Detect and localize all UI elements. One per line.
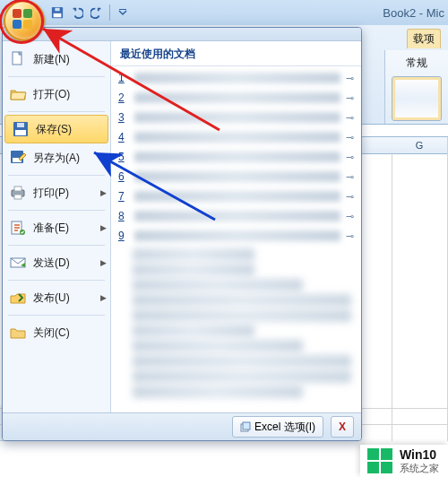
watermark-subtitle: 系统之家 xyxy=(400,463,439,473)
pin-icon[interactable]: ⊸ xyxy=(346,230,354,242)
exit-excel-button[interactable]: X xyxy=(331,416,354,438)
ribbon-tab-addins[interactable]: 载项 xyxy=(407,29,441,48)
prepare-icon xyxy=(8,218,28,238)
office-button[interactable] xyxy=(4,0,45,41)
menu-item-save-as[interactable]: 另存为(A) ▶ xyxy=(3,143,110,172)
redacted-text xyxy=(133,325,254,337)
recent-document-item[interactable]: 6 ⊸ xyxy=(115,167,358,186)
column-header-g[interactable]: G xyxy=(392,137,448,153)
save-disk-icon xyxy=(11,119,30,139)
menu-item-new[interactable]: 新建(N) xyxy=(3,45,110,74)
pin-icon[interactable]: ⊸ xyxy=(346,171,354,183)
quick-access-toolbar xyxy=(48,0,132,25)
menu-item-label: 新建(N) xyxy=(33,52,70,67)
pin-icon[interactable]: ⊸ xyxy=(346,73,354,84)
recent-document-item[interactable]: 1 ⊸ xyxy=(115,68,358,88)
options-icon xyxy=(240,421,251,432)
pin-icon[interactable]: ⊸ xyxy=(346,112,354,124)
menu-item-label: 发布(U) xyxy=(33,291,70,306)
qat-redo-button[interactable] xyxy=(88,4,106,22)
redacted-text xyxy=(133,248,254,261)
recent-document-item[interactable]: 9 ⊸ xyxy=(115,226,358,246)
submenu-arrow-icon: ▶ xyxy=(100,258,107,267)
svg-rect-3 xyxy=(119,9,126,10)
menu-item-label: 打开(O) xyxy=(33,87,70,102)
redacted-text xyxy=(133,355,351,368)
ribbon-gallery-button[interactable] xyxy=(392,76,442,121)
excel-options-button[interactable]: Excel 选项(I) xyxy=(232,416,323,438)
redacted-text xyxy=(134,191,340,202)
svg-rect-7 xyxy=(17,123,24,127)
window-title: Book2 - Mic xyxy=(383,0,444,25)
redacted-text xyxy=(133,309,351,322)
menu-command-list: 新建(N) 打开(O) 保存(S) 另存为(A) xyxy=(3,41,111,412)
redacted-text xyxy=(133,279,303,291)
recent-documents-pane: 最近使用的文档 1 ⊸ 2 ⊸ 3 ⊸ 4 xyxy=(111,41,361,412)
qat-customize-button[interactable] xyxy=(114,4,132,22)
publish-icon xyxy=(8,288,28,308)
ribbon-group-label: 常规 xyxy=(406,56,427,71)
recent-document-item[interactable]: 4 ⊸ xyxy=(115,127,358,147)
menu-item-label: 关闭(C) xyxy=(33,325,70,341)
svg-rect-1 xyxy=(54,13,62,17)
ribbon-group-general: 常规 xyxy=(384,50,448,124)
qat-divider xyxy=(109,4,110,21)
save-icon xyxy=(51,6,64,19)
save-as-icon xyxy=(8,148,28,168)
menu-item-label: 保存(S) xyxy=(36,122,72,137)
win10-logo-icon xyxy=(367,448,392,473)
redacted-text xyxy=(134,132,340,143)
recent-document-item[interactable]: 5 ⊸ xyxy=(115,147,358,167)
svg-rect-6 xyxy=(15,130,26,135)
pin-icon[interactable]: ⊸ xyxy=(346,211,354,222)
recent-document-item[interactable]: 2 ⊸ xyxy=(115,88,358,108)
undo-icon xyxy=(71,6,83,19)
recent-documents-header: 最近使用的文档 xyxy=(111,41,361,66)
open-folder-icon xyxy=(8,84,28,104)
send-mail-icon xyxy=(8,253,28,273)
pin-icon[interactable]: ⊸ xyxy=(346,92,354,104)
redacted-text xyxy=(133,264,254,276)
redacted-text xyxy=(133,294,351,307)
redacted-text xyxy=(134,211,340,221)
redo-icon xyxy=(90,6,103,19)
site-watermark: Win10 系统之家 xyxy=(360,445,448,477)
menu-item-label: 打印(P) xyxy=(33,186,69,201)
menu-item-save[interactable]: 保存(S) xyxy=(4,115,108,143)
redacted-text xyxy=(134,112,340,123)
svg-rect-12 xyxy=(14,195,22,199)
recent-document-item[interactable]: 3 ⊸ xyxy=(115,108,358,127)
close-folder-icon xyxy=(8,323,28,343)
office-menu-footer: Excel 选项(I) X xyxy=(3,412,361,440)
pin-icon[interactable]: ⊸ xyxy=(346,191,354,203)
submenu-arrow-icon: ▶ xyxy=(100,293,107,302)
watermark-title: Win10 xyxy=(400,448,439,462)
excel-options-label: Excel 选项(I) xyxy=(254,420,315,435)
recent-document-item[interactable]: 8 ⊸ xyxy=(115,206,358,226)
redacted-text xyxy=(133,370,351,383)
new-file-icon xyxy=(8,49,28,69)
pin-icon[interactable]: ⊸ xyxy=(346,132,354,143)
menu-item-open[interactable]: 打开(O) xyxy=(3,80,110,108)
menu-item-print[interactable]: 打印(P) ▶ xyxy=(3,178,110,207)
redacted-text xyxy=(134,73,340,83)
menu-item-publish[interactable]: 发布(U) ▶ xyxy=(3,283,110,312)
menu-item-close[interactable]: 关闭(C) xyxy=(3,318,110,347)
svg-rect-11 xyxy=(14,186,22,191)
qat-save-button[interactable] xyxy=(48,4,66,22)
chevron-down-icon xyxy=(118,8,127,17)
recent-document-item[interactable]: 7 ⊸ xyxy=(115,186,358,206)
submenu-arrow-icon: ▶ xyxy=(100,153,107,162)
menu-item-send[interactable]: 发送(D) ▶ xyxy=(3,248,110,277)
pin-icon[interactable]: ⊸ xyxy=(346,152,354,163)
exit-label: X xyxy=(339,421,346,433)
qat-undo-button[interactable] xyxy=(68,4,86,22)
menu-item-label: 发送(D) xyxy=(33,256,70,271)
submenu-arrow-icon: ▶ xyxy=(100,188,107,197)
svg-rect-17 xyxy=(243,422,250,429)
menu-item-prepare[interactable]: 准备(E) ▶ xyxy=(3,213,110,242)
menu-header-strip xyxy=(3,28,361,41)
office-logo-icon xyxy=(13,9,32,29)
svg-rect-2 xyxy=(55,8,59,12)
redacted-text xyxy=(134,152,340,162)
